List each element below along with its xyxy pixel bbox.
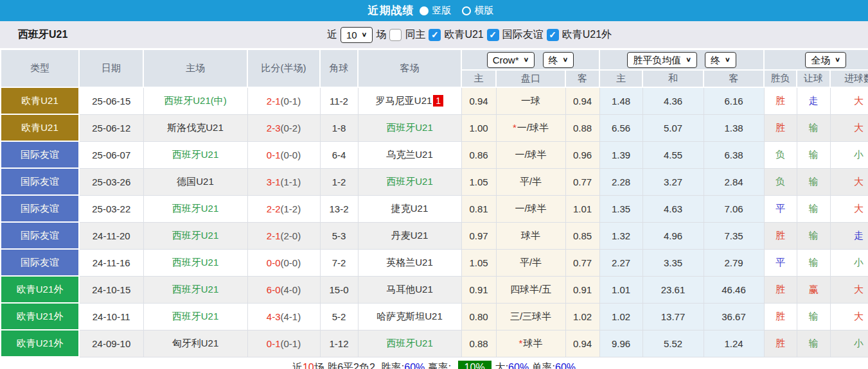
away-team-name[interactable]: 西班牙U21 <box>386 338 433 348</box>
home-odds: 0.91 <box>461 276 496 303</box>
home-team-name[interactable]: 德国U21 <box>177 176 214 187</box>
match-type-badge: 国际友谊 <box>1 249 79 276</box>
away-team-name[interactable]: 乌克兰U21 <box>386 149 433 160</box>
chevron-down-icon: ∨ <box>686 55 691 65</box>
filter-euro-u21-qual-checkbox[interactable]: ✓ <box>547 29 559 41</box>
away-odds: 0.77 <box>565 249 599 276</box>
results-table: 类型 日期 主场 比分(半场) 角球 客场 Crow* ∨ 终 ∨ 胜平负均值 … <box>0 49 868 357</box>
away-team[interactable]: 丹麦U21 <box>358 222 461 249</box>
half-time-score: (1-2) <box>281 203 301 214</box>
scope-select[interactable]: 全场 ∨ <box>805 52 846 68</box>
home-odds: 0.81 <box>461 195 496 222</box>
summary-footer: 近 10 场,胜6平2负2, 胜率: 60% 赢率: 10% 大: 60% 单率… <box>0 357 868 369</box>
filter-euro-u21-qual-label[interactable]: 欧青U21外 <box>562 28 612 42</box>
filter-friendly-label[interactable]: 国际友谊 <box>502 28 544 42</box>
away-team[interactable]: 西班牙U21 <box>358 330 461 357</box>
away-team-name[interactable]: 丹麦U21 <box>391 230 429 241</box>
near-games-value: 10 <box>346 28 357 42</box>
home-team-name[interactable]: 西班牙U21(中) <box>164 95 227 106</box>
home-team-name[interactable]: 西班牙U21 <box>172 257 219 268</box>
away-team-name[interactable]: 西班牙U21 <box>386 176 433 187</box>
avg-lose-odds: 46.46 <box>704 276 764 303</box>
home-team-name[interactable]: 西班牙U21 <box>172 203 219 214</box>
away-team[interactable]: 乌克兰U21 <box>358 141 461 168</box>
avg-win-odds: 1.48 <box>599 87 642 114</box>
sub-header-home-odds: 主 <box>461 70 496 87</box>
col-header-date: 日期 <box>79 49 143 87</box>
away-team[interactable]: 英格兰U21 <box>358 249 461 276</box>
corner-score: 5-2 <box>320 303 358 330</box>
away-team[interactable]: 捷克U21 <box>358 195 461 222</box>
away-team[interactable]: 西班牙U21 <box>358 168 461 195</box>
table-row: 国际友谊 25-03-26 德国U21 3-1(1-1) 1-2 西班牙U21 … <box>1 168 868 195</box>
match-type-badge: 国际友谊 <box>1 195 79 222</box>
home-team[interactable]: 西班牙U21 <box>143 222 247 249</box>
away-odds: 0.96 <box>565 141 599 168</box>
full-time-score: 6-0 <box>267 284 281 295</box>
full-time-score: 2-2 <box>267 203 281 214</box>
avg-draw-odds: 4.63 <box>642 195 704 222</box>
match-type-badge: 欧青U21外 <box>1 303 79 330</box>
sub-header-avg-draw: 和 <box>642 70 704 87</box>
away-team-name[interactable]: 罗马尼亚U21 <box>376 95 432 106</box>
same-home-checkbox[interactable] <box>389 29 402 41</box>
table-row: 国际友谊 24-11-20 西班牙U21 2-1(2-0) 5-3 丹麦U21 … <box>1 222 868 249</box>
home-team-name[interactable]: 斯洛伐克U21 <box>167 122 224 133</box>
odds-company-select[interactable]: Crow* ∨ <box>487 52 535 68</box>
home-team-name[interactable]: 西班牙U21 <box>172 284 219 295</box>
avg-draw-odds: 13.77 <box>642 303 704 330</box>
home-team[interactable]: 西班牙U21 <box>143 249 247 276</box>
horizontal-layout-radio[interactable] <box>462 6 471 15</box>
home-team[interactable]: 西班牙U21 <box>143 303 247 330</box>
away-team-name[interactable]: 马耳他U21 <box>386 284 433 295</box>
filter-euro-u21-label[interactable]: 欧青U21 <box>444 28 483 42</box>
handicap-result: 走 <box>797 87 830 114</box>
away-team[interactable]: 哈萨克斯坦U21 <box>358 303 461 330</box>
away-team[interactable]: 罗马尼亚U211 <box>358 87 461 114</box>
full-time-score: 0-1 <box>267 150 281 160</box>
home-team-name[interactable]: 匈牙利U21 <box>172 338 219 348</box>
away-team[interactable]: 马耳他U21 <box>358 276 461 303</box>
score-cell: 0-1(0-1) <box>247 330 320 357</box>
home-team[interactable]: 斯洛伐克U21 <box>143 114 247 141</box>
odds-company-value: Crow* <box>493 53 519 67</box>
handicap: *一/球半 <box>496 114 565 141</box>
near-games-select[interactable]: 10 ∨ <box>341 27 373 43</box>
home-team[interactable]: 匈牙利U21 <box>143 330 247 357</box>
vertical-layout-label[interactable]: 竖版 <box>432 4 452 17</box>
avg-odds-time-select[interactable]: 终 ∨ <box>705 52 736 68</box>
home-team-name[interactable]: 西班牙U21 <box>172 149 219 160</box>
handicap-line: 一/球半 <box>515 203 546 214</box>
home-team-name[interactable]: 西班牙U21 <box>172 230 219 241</box>
half-time-score: (4-1) <box>281 311 301 322</box>
home-team[interactable]: 西班牙U21(中) <box>143 87 247 114</box>
half-time-score: (0-1) <box>281 96 301 107</box>
away-team[interactable]: 西班牙U21 <box>358 114 461 141</box>
half-time-score: (4-0) <box>281 284 301 295</box>
home-team[interactable]: 西班牙U21 <box>143 141 247 168</box>
handicap: 四球半/五 <box>496 276 565 303</box>
goals-result: 大 <box>830 168 868 195</box>
same-home-label[interactable]: 同主 <box>405 28 425 42</box>
filter-friendly-checkbox[interactable]: ✓ <box>487 29 499 41</box>
odds-company-time-select[interactable]: 终 ∨ <box>543 52 574 68</box>
away-team-name[interactable]: 西班牙U21 <box>386 122 433 133</box>
home-team-name[interactable]: 西班牙U21 <box>172 311 219 322</box>
filter-euro-u21-checkbox[interactable]: ✓ <box>429 29 441 41</box>
horizontal-layout-label[interactable]: 横版 <box>475 4 494 17</box>
away-team-name[interactable]: 哈萨克斯坦U21 <box>376 311 443 322</box>
home-team[interactable]: 西班牙U21 <box>143 195 247 222</box>
home-team[interactable]: 德国U21 <box>143 168 247 195</box>
avg-odds-select[interactable]: 胜平负均值 ∨ <box>627 52 697 68</box>
home-team[interactable]: 西班牙U21 <box>143 276 247 303</box>
sub-header-avg-win: 主 <box>599 70 642 87</box>
away-team-name[interactable]: 捷克U21 <box>391 203 429 214</box>
col-header-home: 主场 <box>143 49 247 87</box>
chevron-down-icon: ∨ <box>835 55 840 65</box>
avg-lose-odds: 36.67 <box>704 303 764 330</box>
score-cell: 0-1(0-0) <box>247 141 320 168</box>
vertical-layout-radio[interactable] <box>420 6 429 15</box>
avg-draw-odds: 4.36 <box>642 87 704 114</box>
table-row: 国际友谊 24-11-16 西班牙U21 0-0(0-0) 7-2 英格兰U21… <box>1 249 868 276</box>
away-team-name[interactable]: 英格兰U21 <box>386 257 433 268</box>
